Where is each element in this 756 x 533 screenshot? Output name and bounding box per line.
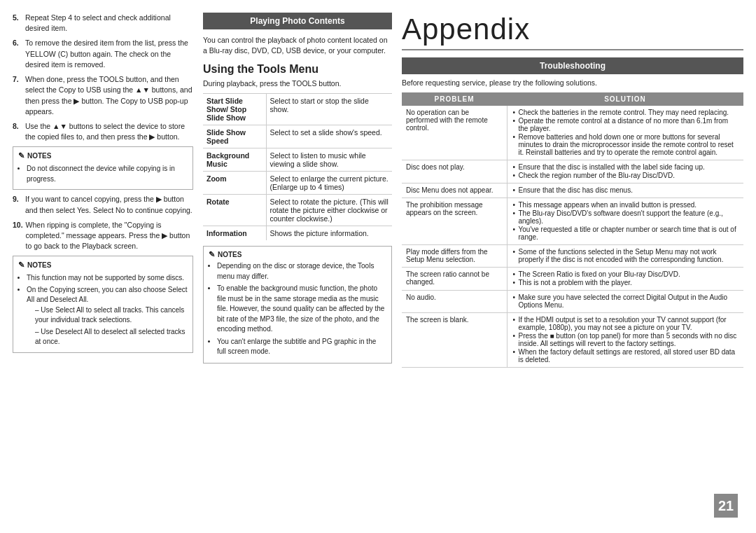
tools-row-1: Slide Show SpeedSelect to set a slide sh… [203, 125, 392, 148]
tools-label-0: Start Slide Show/ Stop Slide Show [203, 94, 266, 125]
page: 5. Repeat Step 4 to select and check add… [0, 0, 756, 533]
tools-label-5: Information [203, 226, 266, 241]
step-9-text: If you want to cancel copying, press the… [25, 194, 193, 215]
col-solution: SOLUTION [507, 92, 743, 106]
tools-label-3: Zoom [203, 172, 266, 195]
tools-desc-3: Select to enlarge the current picture. (… [266, 172, 392, 195]
trouble-row-5: The screen ratio cannot be changed.The S… [402, 268, 743, 291]
solution-7-2: When the factory default settings are re… [512, 348, 740, 364]
notes-box-1: NOTES Do not disconnect the device while… [13, 146, 193, 190]
tools-desc-0: Select to start or stop the slide show. [266, 94, 392, 125]
step-5-num: 5. [13, 13, 22, 34]
tools-label-2: Background Music [203, 148, 266, 172]
solution-4-0: Some of the functions selected in the Se… [512, 248, 740, 263]
solution-cell-1: Ensure that the disc is installed with t… [507, 160, 743, 184]
solution-1-1: Check the region number of the Blu-ray D… [512, 172, 740, 179]
solution-cell-2: Ensure that the disc has disc menus. [507, 184, 743, 198]
trouble-row-6: No audio.Make sure you have selected the… [402, 291, 743, 313]
middle-column: Playing Photo Contents You can control t… [203, 13, 392, 520]
mid-note-item-1: To enable the background music function,… [217, 284, 386, 335]
solution-cell-7: If the HDMI output is set to a resolutio… [507, 313, 743, 368]
solution-7-0: If the HDMI output is set to a resolutio… [512, 316, 740, 331]
step-8-text: Use the ▲▼ buttons to select the device … [25, 121, 193, 142]
trouble-row-1: Disc does not play.Ensure that the disc … [402, 160, 743, 184]
tools-desc-2: Select to listen to music while viewing … [266, 148, 392, 172]
mid-notes-box: NOTES Depending on the disc or storage d… [203, 246, 392, 364]
notes-1-item-0: Do not disconnect the device while copyi… [27, 164, 188, 184]
solution-3-2: You've requested a title or chapter numb… [512, 226, 740, 241]
problem-cell-2: Disc Menu does not appear. [402, 184, 507, 198]
troubleshooting-header: Troubleshooting [402, 57, 743, 74]
tools-desc-4: Select to rotate the picture. (This will… [266, 195, 392, 226]
solution-5-1: This is not a problem with the player. [512, 279, 740, 286]
step-9: 9. If you want to cancel copying, press … [13, 194, 193, 215]
problem-cell-7: The screen is blank. [402, 313, 507, 368]
solution-cell-5: The Screen Ratio is fixed on your Blu-ra… [507, 268, 743, 291]
step-7: 7. When done, press the TOOLS button, an… [13, 74, 193, 117]
step-10-text: When ripping is complete, the "Copying i… [26, 220, 193, 252]
step-10-num: 10. [13, 220, 23, 252]
step-10: 10. When ripping is complete, the "Copyi… [13, 220, 193, 252]
col-problem: PROBLEM [402, 92, 507, 106]
notes-box-2: NOTES This function may not be supported… [13, 256, 193, 352]
tools-desc-5: Shows the picture information. [266, 226, 392, 241]
trouble-intro: Before requesting service, please try th… [402, 78, 743, 87]
solution-cell-3: This message appears when an invalid but… [507, 198, 743, 245]
problem-cell-3: The prohibition message appears on the s… [402, 198, 507, 245]
mid-notes-list: Depending on the disc or storage device,… [209, 261, 386, 357]
trouble-row-0: No operation can be performed with the r… [402, 106, 743, 160]
tools-row-2: Background MusicSelect to listen to musi… [203, 148, 392, 172]
trouble-row-4: Play mode differs from the Setup Menu se… [402, 245, 743, 268]
tools-label-4: Rotate [203, 195, 266, 226]
solution-0-2: Remove batteries and hold down one or mo… [512, 133, 740, 156]
notes-2-dash-0: Use Select All to select all tracks. Thi… [35, 305, 188, 326]
step-6-num: 6. [13, 38, 22, 70]
trouble-row-7: The screen is blank.If the HDMI output i… [402, 313, 743, 368]
solution-7-1: Press the ■ button (on top panel) for mo… [512, 332, 740, 347]
tools-row-4: RotateSelect to rotate the picture. (Thi… [203, 195, 392, 226]
solution-cell-4: Some of the functions selected in the Se… [507, 245, 743, 268]
step-8-num: 8. [13, 121, 22, 142]
solution-cell-6: Make sure you have selected the correct … [507, 291, 743, 313]
notes-2-list: This function may not be supported by so… [18, 273, 188, 347]
step-7-text: When done, press the TOOLS button, and t… [25, 74, 193, 117]
solution-5-0: The Screen Ratio is fixed on your Blu-ra… [512, 270, 740, 278]
solution-3-1: The Blu-ray Disc/DVD's software doesn't … [512, 209, 740, 225]
problem-cell-0: No operation can be performed with the r… [402, 106, 507, 160]
tools-subtitle: During playback, press the TOOLS button. [203, 79, 392, 88]
mid-note-item-2: You can't enlarge the subtitle and PG gr… [217, 337, 386, 357]
tools-row-0: Start Slide Show/ Stop Slide ShowSelect … [203, 94, 392, 125]
trouble-row-3: The prohibition message appears on the s… [402, 198, 743, 245]
tools-label-1: Slide Show Speed [203, 125, 266, 148]
tools-row-5: InformationShows the picture information… [203, 226, 392, 241]
solution-0-1: Operate the remote control at a distance… [512, 117, 740, 132]
notes-2-title: NOTES [18, 260, 188, 271]
step-9-num: 9. [13, 194, 22, 215]
step-7-num: 7. [13, 74, 22, 117]
tools-menu-title: Using the Tools Menu [203, 63, 392, 76]
notes-1-title: NOTES [18, 151, 188, 162]
step-6-text: To remove the desired item from the list… [25, 38, 193, 70]
problem-cell-1: Disc does not play. [402, 160, 507, 184]
solution-2-0: Ensure that the disc has disc menus. [512, 186, 740, 194]
tools-row-3: ZoomSelect to enlarge the current pictur… [203, 172, 392, 195]
trouble-table: PROBLEM SOLUTION No operation can be per… [402, 92, 743, 368]
mid-note-item-0: Depending on the disc or storage device,… [217, 261, 386, 282]
right-column: Appendix Troubleshooting Before requesti… [402, 13, 743, 520]
mid-notes-title: NOTES [209, 250, 386, 259]
appendix-title: Appendix [402, 13, 743, 50]
tools-desc-1: Select to set a slide show's speed. [266, 125, 392, 148]
problem-cell-4: Play mode differs from the Setup Menu se… [402, 245, 507, 268]
notes-1-list: Do not disconnect the device while copyi… [18, 164, 188, 184]
step-6: 6. To remove the desired item from the l… [13, 38, 193, 70]
notes-2-item-1: On the Copying screen, you can also choo… [27, 285, 188, 347]
solution-cell-0: Check the batteries in the remote contro… [507, 106, 743, 160]
solution-6-0: Make sure you have selected the correct … [512, 293, 740, 309]
notes-2-dash-list: Use Select All to select all tracks. Thi… [27, 305, 188, 347]
solution-1-0: Ensure that the disc is installed with t… [512, 163, 740, 171]
trouble-row-2: Disc Menu does not appear.Ensure that th… [402, 184, 743, 198]
step-8: 8. Use the ▲▼ buttons to select the devi… [13, 121, 193, 142]
solution-3-0: This message appears when an invalid but… [512, 201, 740, 209]
notes-2-item-0: This function may not be supported by so… [27, 273, 188, 284]
tools-table: Start Slide Show/ Stop Slide ShowSelect … [203, 93, 392, 240]
